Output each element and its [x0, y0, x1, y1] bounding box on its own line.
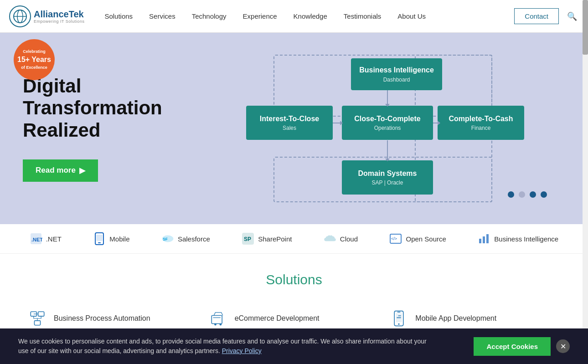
arrowhead-3: [385, 104, 390, 107]
tech-bi[interactable]: Business Intelligence: [478, 232, 558, 245]
svg-rect-19: [34, 321, 40, 325]
bi-label: Business Intelligence: [494, 235, 558, 243]
privacy-policy-link[interactable]: Privacy Policy: [222, 347, 262, 354]
hero-title-line1: Digital Transformation: [23, 75, 162, 118]
solutions-title: Solutions: [27, 272, 561, 287]
svg-text:.NET: .NET: [31, 237, 42, 242]
svg-text:</>: </>: [391, 236, 397, 241]
search-icon[interactable]: 🔍: [565, 10, 579, 23]
mobile-app-label: Mobile App Development: [415, 314, 496, 323]
svg-text:SF: SF: [163, 237, 168, 241]
ctcash-sub: Finance: [471, 125, 491, 131]
dotnet-icon: .NET: [30, 232, 42, 245]
svg-text:SP: SP: [244, 236, 251, 242]
arrowhead-4: [385, 159, 390, 161]
itc-title: Interest-To-Close: [260, 114, 319, 123]
bi-title: Business Intelligence: [359, 66, 434, 74]
accept-cookies-button[interactable]: Accept Cookies: [474, 337, 551, 356]
nav-experience[interactable]: Experience: [237, 9, 284, 24]
bpa-label: Business Process Automation: [54, 314, 150, 323]
sharepoint-icon: SP: [242, 232, 254, 245]
nav-technology[interactable]: Technology: [186, 9, 233, 24]
arrowhead-2: [438, 121, 440, 125]
itc-box[interactable]: Interest-To-Close Sales: [246, 106, 333, 140]
ctc-box[interactable]: Close-To-Complete Operations: [342, 106, 433, 140]
logo-icon: [13, 9, 27, 24]
scrollbar-thumb[interactable]: [583, 0, 588, 55]
cloud-icon: [324, 232, 336, 245]
cookie-banner: We use cookies to personalise content an…: [0, 328, 588, 364]
badge-line1: Celebrating: [23, 49, 46, 55]
arrow-ctc-ds: [387, 140, 388, 160]
svg-rect-27: [397, 318, 401, 318]
ctc-title: Close-To-Complete: [354, 114, 420, 123]
hero-title: Digital Transformation Realized: [23, 75, 214, 141]
nav-services[interactable]: Services: [143, 9, 182, 24]
ctcash-box[interactable]: Complete-To-Cash Finance: [438, 106, 524, 140]
badge-line3: of Excellence: [21, 65, 47, 71]
bi-box[interactable]: Business Intelligence Dashboard: [351, 58, 442, 90]
svg-rect-7: [96, 235, 103, 241]
mobile-icon: [93, 232, 106, 245]
tech-dotnet[interactable]: .NET .NET: [30, 232, 62, 245]
svg-point-22: [219, 323, 222, 326]
tech-salesforce[interactable]: SF Salesforce: [161, 232, 210, 245]
svg-rect-26: [398, 315, 402, 316]
logo-circle: [9, 5, 31, 27]
contact-button[interactable]: Contact: [514, 8, 559, 24]
ds-sub: SAP | Oracle: [372, 179, 403, 186]
bpa-icon: [27, 308, 47, 328]
cookie-close-button[interactable]: ✕: [556, 339, 570, 353]
carousel-dot-4[interactable]: [541, 191, 547, 198]
svg-rect-6: [98, 242, 101, 243]
itc-sub: Sales: [283, 125, 296, 131]
scrollbar[interactable]: [583, 0, 588, 364]
logo[interactable]: AllianceTek Empowering IT Solutions: [9, 5, 84, 27]
svg-rect-16: [486, 234, 489, 243]
carousel-dot-2[interactable]: [519, 191, 525, 198]
svg-rect-18: [38, 312, 44, 316]
logo-tagline: Empowering IT Solutions: [34, 19, 84, 24]
nav-knowledge[interactable]: Knowledge: [287, 9, 334, 24]
tech-opensource[interactable]: </> Open Source: [389, 232, 446, 245]
salesforce-icon: SF: [161, 232, 174, 245]
svg-rect-14: [479, 239, 481, 243]
cookie-text: We use cookies to personalise content an…: [18, 337, 428, 356]
sharepoint-label: SharePoint: [258, 235, 292, 243]
arrow-right-icon: ▶: [79, 166, 85, 175]
cloud-label: Cloud: [340, 235, 358, 243]
nav-testimonials[interactable]: Testimonials: [337, 9, 388, 24]
read-more-button[interactable]: Read more ▶: [23, 159, 98, 182]
carousel-dot-1[interactable]: [508, 191, 514, 198]
mobile-app-icon: [389, 308, 409, 328]
svg-point-21: [214, 323, 217, 326]
navbar: AllianceTek Empowering IT Solutions Solu…: [0, 0, 588, 33]
bi-sub: Dashboard: [383, 77, 410, 83]
ctcash-title: Complete-To-Cash: [449, 114, 513, 123]
read-more-label: Read more: [36, 166, 76, 175]
bi-icon: [478, 232, 490, 245]
opensource-icon: </>: [389, 232, 402, 245]
ds-box[interactable]: Domain Systems SAP | Oracle: [342, 160, 433, 195]
tech-cloud[interactable]: Cloud: [324, 232, 358, 245]
arrow-bi-ctc: [387, 90, 388, 106]
cookie-actions: Accept Cookies ✕: [474, 337, 570, 356]
nav-menu: Solutions Services Technology Experience…: [98, 9, 514, 24]
carousel-dot-3[interactable]: [530, 191, 536, 198]
ecom-icon: [208, 308, 228, 328]
nav-about[interactable]: About Us: [391, 9, 432, 24]
anniversary-badge: Celebrating 15+ Years of Excellence: [14, 39, 55, 80]
hero-text: Digital Transformation Realized Read mor…: [23, 75, 214, 182]
svg-point-25: [398, 323, 400, 325]
hero-diagram: Business Intelligence Dashboard Interest…: [242, 51, 565, 206]
carousel-dots: [508, 191, 547, 198]
tech-bar: .NET .NET Mobile SF Salesforce SP ShareP…: [0, 224, 588, 254]
tech-mobile[interactable]: Mobile: [93, 232, 129, 245]
ctc-sub: Operations: [374, 125, 401, 131]
dotnet-label: .NET: [46, 235, 62, 243]
nav-solutions[interactable]: Solutions: [98, 9, 139, 24]
badge-years: 15+ Years: [17, 55, 51, 65]
tech-sharepoint[interactable]: SP SharePoint: [242, 232, 292, 245]
svg-rect-20: [211, 315, 222, 323]
hero-section: Celebrating 15+ Years of Excellence Digi…: [0, 33, 588, 224]
